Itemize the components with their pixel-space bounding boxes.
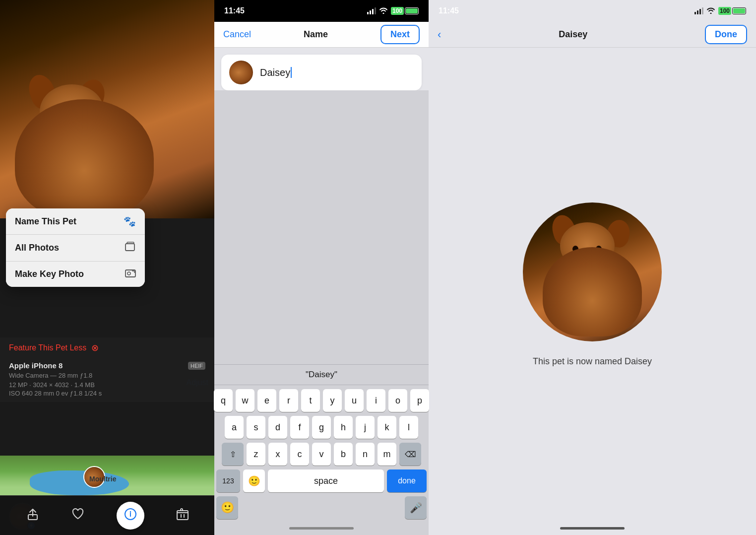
suggestion-text[interactable]: "Daisey" [306,370,337,380]
wifi-icon-panel3 [706,7,715,15]
key-row-2: a s d f g h j k l [216,416,427,439]
map-area[interactable]: Moultrie [0,456,214,495]
nav-title-panel3: Daisey [559,29,587,40]
key-d[interactable]: d [268,416,287,439]
status-bar-panel2: 11:45 100 [214,0,429,22]
key-q[interactable]: q [214,389,233,412]
key-e[interactable]: e [257,389,276,412]
popup-item-name-pet-label: Name This Pet [15,216,76,227]
home-bar [289,527,354,530]
key-j[interactable]: j [356,416,375,439]
key-emoji-bottom[interactable]: 🙂 [216,496,238,519]
photo-area[interactable] [0,0,214,218]
panel3-confirmation: 11:45 100 [429,0,756,535]
pet-avatar-input [229,61,253,84]
key-delete[interactable]: ⌫ [399,443,421,466]
battery-box [405,7,419,14]
name-input-row: Daisey [221,55,422,90]
status-bar-panel3: 11:45 100 [429,0,756,22]
key-r[interactable]: r [279,389,298,412]
battery-indicator-panel3: 100 [718,7,746,15]
map-location-label: Moultrie [89,475,116,483]
info-icon: i [124,508,137,524]
next-button[interactable]: Next [380,25,420,44]
key-z[interactable]: z [247,443,265,466]
back-button[interactable]: ‹ [438,28,441,41]
key-photo-icon [125,268,136,280]
key-space[interactable]: space [268,469,384,492]
key-k[interactable]: k [378,416,396,439]
battery-box-panel3 [732,7,746,14]
key-mic[interactable]: 🎤 [405,496,427,519]
key-m[interactable]: m [378,443,396,466]
photo-toolbar: i [0,495,214,535]
feature-pet-less-row[interactable]: Feature This Pet Less ⊗ [0,337,214,358]
popup-item-all-photos[interactable]: All Photos [6,235,145,262]
key-row-1: q w e r t y u i o p [216,389,427,412]
heart-icon[interactable] [71,508,84,523]
confirmation-caption: This pet is now named Daisey [533,356,652,367]
key-h[interactable]: h [334,416,353,439]
text-cursor [291,67,292,78]
battery-percent-panel3: 100 [718,7,731,15]
key-y[interactable]: y [323,389,342,412]
device-name-label: Apple iPhone 8 [9,361,63,370]
key-c[interactable]: c [290,443,309,466]
panel1-photo-viewer: Name This Pet 🐾 All Photos Make Key Phot… [0,0,214,535]
exif-info: ISO 640 28 mm 0 ev ƒ1.8 1/24 s [9,390,205,397]
key-n[interactable]: n [356,443,375,466]
key-row-4: 123 🙂 space done [216,469,427,492]
battery-percent: 100 [391,7,404,15]
key-b[interactable]: b [334,443,353,466]
gray-area [214,90,429,364]
specs-info: 12 MP · 3024 × 4032 · 1.4 MB [9,381,205,389]
key-a[interactable]: a [225,416,244,439]
key-l[interactable]: l [399,416,418,439]
suggestion-bar: "Daisey" [214,364,429,385]
key-x[interactable]: x [268,443,287,466]
key-i[interactable]: i [367,389,385,412]
signal-icon-panel3 [694,7,703,14]
status-icons-panel2: 100 [367,7,419,15]
key-v[interactable]: v [312,443,331,466]
key-p[interactable]: p [410,389,429,412]
nav-bar-panel3: ‹ Daisey Done [429,22,756,48]
battery-fill [406,8,418,13]
key-f[interactable]: f [290,416,309,439]
status-time-panel2: 11:45 [224,6,245,15]
key-w[interactable]: w [236,389,254,412]
share-icon[interactable] [26,508,39,524]
pet-avatar-image [229,61,253,84]
cancel-button[interactable]: Cancel [223,29,251,40]
key-g[interactable]: g [312,416,331,439]
svg-rect-8 [177,511,188,520]
key-u[interactable]: u [345,389,364,412]
key-shift[interactable]: ⇧ [222,443,244,466]
popup-item-all-photos-label: All Photos [15,243,59,253]
key-t[interactable]: t [301,389,320,412]
key-done[interactable]: done [387,469,427,492]
popup-item-name-pet[interactable]: Name This Pet 🐾 [6,208,145,235]
input-display[interactable]: Daisey [260,67,292,78]
key-emoji[interactable]: 🙂 [243,469,265,492]
battery-indicator: 100 [391,7,419,15]
feature-pet-section: Feature This Pet Less ⊗ [0,337,214,358]
battery-fill-panel3 [733,8,745,13]
nav-bar-panel2: Cancel Name Next [214,22,429,48]
input-value: Daisey [260,67,290,78]
key-numbers[interactable]: 123 [216,469,240,492]
device-info-section: Apple iPhone 8 HEIF Wide Camera — 28 mm … [0,356,214,402]
popup-item-make-key-photo-label: Make Key Photo [15,269,84,279]
key-s[interactable]: s [247,416,265,439]
info-button[interactable]: i [117,502,144,530]
key-o[interactable]: o [388,389,407,412]
trash-icon[interactable] [177,508,189,524]
panel2-name-input: 11:45 100 [214,0,429,535]
status-time-panel3: 11:45 [439,6,459,15]
photos-icon [125,242,136,254]
done-button[interactable]: Done [705,25,747,44]
confirmation-content: This pet is now named Daisey [429,48,756,521]
home-indicator-panel2 [214,521,429,535]
popup-item-make-key-photo[interactable]: Make Key Photo [6,262,145,287]
key-row-5: 🙂 🎤 [216,496,427,519]
